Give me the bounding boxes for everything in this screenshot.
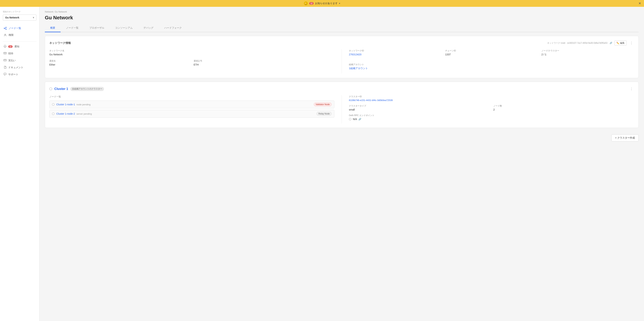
network-name-value: Gu Network xyxy=(49,53,334,56)
node-cluster-field: ノード/クラスター 2 / 1 xyxy=(542,49,634,56)
chain-id-label: チェーンID xyxy=(445,49,538,52)
svg-point-5 xyxy=(5,34,6,35)
sidebar-item-support[interactable]: サポート xyxy=(0,71,39,78)
sidebar-item-invitations-label: 招待 xyxy=(8,52,13,55)
tab-proposals[interactable]: プロポーザル xyxy=(84,24,110,32)
node-cluster-label: ノード/クラスター xyxy=(542,49,634,52)
sidebar-secondary-nav: 12 通知 招待 支払い xyxy=(0,43,39,78)
cluster-node-count-field: ノード数 2 xyxy=(494,104,634,111)
notification-text: お知らせがあります xyxy=(315,2,338,5)
cluster-id-label: クラスターID xyxy=(349,95,634,98)
node1-status: node pending xyxy=(76,103,314,106)
table-row: Cluster 1-node-1 node pending Validator … xyxy=(49,100,334,108)
notification-bell-icon: 🔔 xyxy=(304,1,308,5)
network-selector-button[interactable]: Gu Network ▾ xyxy=(3,14,36,20)
doc-icon xyxy=(4,66,6,69)
tab-nodes[interactable]: ノード一覧 xyxy=(60,24,84,32)
svg-point-2 xyxy=(6,29,6,29)
sidebar-nav: ノード一覧 権限 xyxy=(0,23,39,40)
edit-button[interactable]: ✏️ 編集 xyxy=(614,40,626,45)
cluster-name: Cluster 1 xyxy=(54,87,68,91)
cluster-type-label: クラスタータイプ xyxy=(349,104,490,107)
tabs: 概要 ノード一覧 プロポーザル コンソーシアム デバッグ ハードフォーク xyxy=(45,24,638,32)
notification-badge: 12 xyxy=(309,2,314,5)
network-section: 現在のネットワーク Gu Network ▾ xyxy=(0,10,39,23)
rpc-status-dot xyxy=(349,118,352,120)
sidebar-item-payments-label: 支払い xyxy=(8,59,16,62)
chain-id-field: チェーンID 1337 xyxy=(445,49,538,56)
cluster-id-value: 8108b746-e151-4431-bf4c-3d0b0ea72539 xyxy=(349,99,634,102)
cluster-rpc-row: N/A 🔗 xyxy=(349,118,634,121)
cluster-id-field: クラスターID 8108b746-e151-4431-bf4c-3d0b0ea7… xyxy=(349,95,634,102)
currency-symbol-label: 通貨記号 xyxy=(194,59,334,62)
person-icon xyxy=(4,33,7,37)
svg-line-4 xyxy=(5,28,6,29)
footer-actions: + クラスター作成 xyxy=(45,131,638,144)
org-account-link[interactable]: 1組織アカウント xyxy=(349,67,368,70)
tab-overview[interactable]: 概要 xyxy=(45,24,60,32)
tab-debug[interactable]: デバッグ xyxy=(138,24,159,32)
network-id-label: ネットワークID xyxy=(349,49,442,52)
tab-hardfork[interactable]: ハードフォーク xyxy=(159,24,187,32)
sidebar: 現在のネットワーク Gu Network ▾ ノード一覧 xyxy=(0,7,40,321)
cluster-status-dot xyxy=(49,87,52,90)
svg-rect-7 xyxy=(4,59,6,61)
rpc-link-icon[interactable]: 🔗 xyxy=(358,118,361,121)
cluster-details-section: クラスターID 8108b746-e151-4431-bf4c-3d0b0ea7… xyxy=(342,95,634,123)
page-title: Gu Network xyxy=(45,15,638,20)
cluster-rpc-label: Geth RPC エンドポイント xyxy=(349,114,634,117)
bell-icon xyxy=(4,45,6,48)
network-info-grid: ネットワーク名 Gu Network 通貨名 Ether 通貨記号 ETH xyxy=(49,49,634,74)
sidebar-item-notifications[interactable]: 12 通知 xyxy=(0,43,39,50)
mail-icon xyxy=(4,52,6,55)
currency-name-value: Ether xyxy=(49,63,190,66)
more-options-button[interactable]: ⋮ xyxy=(629,40,634,46)
network-id-field: ネットワークID 276313420 xyxy=(349,49,442,56)
notification-close-button[interactable]: ✕ xyxy=(638,1,641,5)
notifications-badge: 12 xyxy=(8,45,12,48)
cluster-rpc-value: N/A xyxy=(353,118,357,121)
sidebar-item-permissions[interactable]: 権限 xyxy=(0,32,39,38)
table-row: Cluster 1-node-2 server pending Relay No… xyxy=(49,110,334,118)
sidebar-item-invitations[interactable]: 招待 xyxy=(0,50,39,57)
sidebar-item-support-label: サポート xyxy=(8,73,18,76)
node2-status: server pending xyxy=(76,112,316,115)
sidebar-item-nodes-label: ノード一覧 xyxy=(8,27,21,30)
cluster-content: ノード一覧 Cluster 1-node-1 node pending Vali… xyxy=(49,95,634,123)
share-icon xyxy=(4,27,7,30)
currency-symbol-value: ETH xyxy=(194,63,334,66)
network-uuid-label: ネットワーク Uuid: ce300107-7a17-465d-9a30-0d6… xyxy=(547,41,608,45)
cluster-type-value: small xyxy=(349,108,490,111)
tab-consortium[interactable]: コンソーシアム xyxy=(110,24,138,32)
network-selector-chevron-icon: ▾ xyxy=(33,16,34,19)
notification-content[interactable]: 🔔 12 お知らせがあります ▾ xyxy=(304,1,340,5)
cluster-card: Cluster 1 自組織アカウントのクラスター ⋮ ノード一覧 Cluster… xyxy=(45,82,638,128)
cluster-badge: 自組織アカウントのクラスター xyxy=(70,87,104,91)
org-account-label: 組織アカウント xyxy=(349,63,634,66)
app-layout: 現在のネットワーク Gu Network ▾ ノード一覧 xyxy=(0,7,644,321)
sidebar-item-nodes[interactable]: ノード一覧 xyxy=(0,25,39,32)
main-content: Network: Gu Network Gu Network 概要 ノード一覧 … xyxy=(40,7,644,321)
sidebar-item-payments[interactable]: 支払い xyxy=(0,57,39,64)
node2-type-badge: Relay Node xyxy=(316,112,332,116)
network-info-card-header: ネットワーク情報 ネットワーク Uuid: ce300107-7a17-465d… xyxy=(49,40,634,46)
cluster-type-field: クラスタータイプ small xyxy=(349,104,490,111)
network-info-right: ネットワークID 276313420 チェーンID 1337 ノード/クラスター… xyxy=(342,49,634,74)
cluster-node-count-value: 2 xyxy=(494,108,634,111)
network-info-left: ネットワーク名 Gu Network 通貨名 Ether 通貨記号 ETH xyxy=(49,49,342,74)
node1-type-badge: Validator Node xyxy=(314,102,332,106)
create-cluster-button[interactable]: + クラスター作成 xyxy=(611,134,638,141)
notification-bar: 🔔 12 お知らせがあります ▾ ✕ xyxy=(0,0,644,7)
network-id-value: 276313420 xyxy=(349,53,442,56)
node1-name[interactable]: Cluster 1-node-1 xyxy=(56,103,75,106)
node-cluster-value: 2 / 1 xyxy=(542,53,634,56)
link-icon[interactable]: 🔗 xyxy=(610,42,612,44)
notification-chevron-icon: ▾ xyxy=(339,2,340,5)
org-account-field: 組織アカウント 1組織アカウント xyxy=(349,63,634,70)
cluster-more-options-button[interactable]: ⋮ xyxy=(629,86,634,91)
current-network-label: 現在のネットワーク xyxy=(3,10,36,13)
node2-name[interactable]: Cluster 1-node-2 xyxy=(56,112,75,115)
network-info-title: ネットワーク情報 xyxy=(49,41,71,45)
sidebar-item-documents[interactable]: ドキュメント xyxy=(0,64,39,71)
card-icon xyxy=(4,59,6,62)
